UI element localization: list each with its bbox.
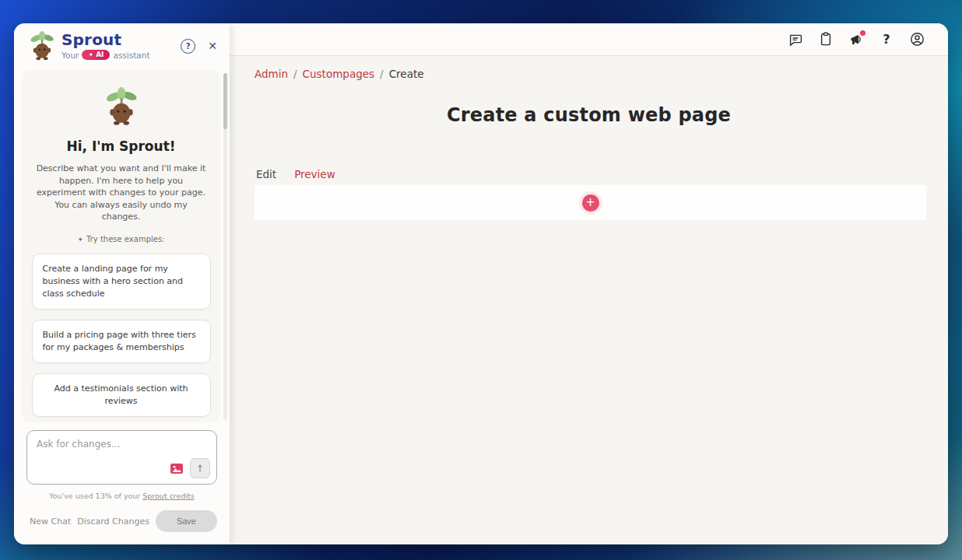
breadcrumb: Admin / Custompages / Create (255, 68, 424, 80)
close-icon[interactable]: ✕ (208, 40, 217, 51)
new-chat-button[interactable]: New Chat (30, 516, 71, 527)
page-builder-empty-row: + (255, 185, 926, 220)
breadcrumb-custompages[interactable]: Custompages (303, 68, 374, 80)
sprout-sidebar-panel: Sprout Your ✦ AI assistant ? ✕ (14, 23, 230, 544)
chat-welcome-area: Hi, I'm Sprout! Describe what you want a… (22, 70, 220, 422)
sidebar-header: Sprout Your ✦ AI assistant ? ✕ (14, 23, 230, 68)
announcements-button[interactable] (848, 32, 864, 47)
example-prompt-pricing-page[interactable]: Build a pricing page with three tiers fo… (32, 320, 211, 363)
brand-text: Sprout Your ✦ AI assistant (61, 32, 150, 60)
edit-preview-tabs: Edit Preview (256, 168, 335, 180)
plus-icon: + (585, 197, 595, 208)
sparkle-icon: ✦ (78, 236, 84, 243)
examples-label: ✦ Try these examples: (22, 235, 220, 243)
image-icon (170, 464, 183, 474)
ai-badge-label: AI (96, 51, 104, 58)
brand-subtitle-prefix: Your (61, 51, 79, 60)
question-mark-icon: ? (883, 32, 890, 47)
sidebar-header-actions: ? ✕ (181, 39, 217, 54)
arrow-up-icon: ↑ (196, 463, 205, 474)
chat-messages-button[interactable] (788, 32, 803, 47)
brand-subtitle-suffix: assistant (113, 51, 149, 60)
breadcrumb-separator: / (380, 68, 384, 80)
breadcrumb-separator: / (293, 68, 297, 80)
sprout-credits-link[interactable]: Sprout credits (142, 492, 194, 500)
input-controls: ↑ (170, 458, 210, 478)
tab-edit[interactable]: Edit (256, 168, 276, 180)
sprout-mascot-image (105, 87, 138, 126)
discard-changes-button[interactable]: Discard Changes (77, 516, 149, 527)
example-prompt-testimonials[interactable]: Add a testimonials section with reviews (32, 373, 211, 417)
example-prompt-landing-page[interactable]: Create a landing page for my business wi… (32, 254, 211, 310)
sidebar-scrollbar-thumb[interactable] (223, 73, 227, 129)
help-button[interactable]: ? (879, 32, 894, 47)
app-window: Sprout Your ✦ AI assistant ? ✕ (14, 23, 948, 544)
assistant-greeting: Hi, I'm Sprout! (22, 138, 220, 154)
send-button[interactable]: ↑ (190, 458, 210, 478)
sparkle-icon: ✦ (88, 52, 93, 58)
brand-title: Sprout (61, 32, 150, 48)
clipboard-button[interactable] (818, 32, 834, 47)
account-button[interactable] (909, 32, 925, 47)
assistant-description: Describe what you want and I'll make it … (35, 163, 208, 223)
chat-bubble-icon (788, 33, 802, 47)
help-icon[interactable]: ? (181, 39, 195, 54)
attach-image-button[interactable] (170, 464, 183, 474)
account-circle-icon (910, 32, 925, 47)
breadcrumb-create: Create (389, 68, 424, 80)
prompt-input-section: ↑ (14, 430, 230, 485)
sidebar-scrollbar-track[interactable] (223, 73, 227, 420)
ai-badge: ✦ AI (82, 50, 110, 60)
add-section-button[interactable]: + (582, 194, 599, 212)
save-button[interactable]: Save (156, 510, 217, 532)
sidebar-footer: New Chat Discard Changes Save (14, 500, 230, 544)
notification-dot (860, 30, 865, 36)
prompt-input-box: ↑ (26, 430, 217, 485)
tab-preview[interactable]: Preview (294, 168, 335, 180)
main-area: ? Admin / Custompages / Create Create a … (230, 23, 948, 544)
credits-usage-text: You've used 13% of your Sprout credits (14, 492, 230, 500)
clipboard-icon (820, 32, 832, 47)
breadcrumb-admin[interactable]: Admin (255, 68, 288, 80)
main-content: Admin / Custompages / Create Create a cu… (230, 56, 948, 544)
brand-subtitle: Your ✦ AI assistant (61, 50, 150, 60)
top-toolbar: ? (230, 23, 948, 56)
sprout-mascot-icon (30, 31, 54, 61)
page-title: Create a custom web page (230, 104, 948, 126)
